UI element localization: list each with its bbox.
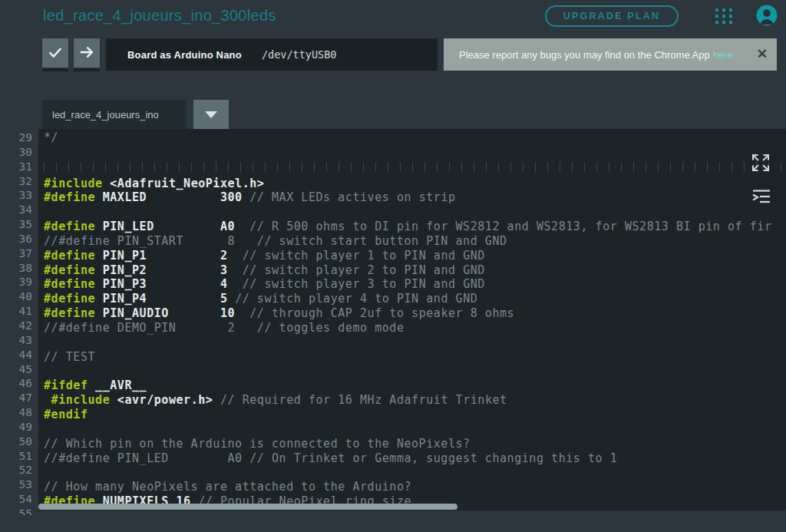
line-number: 39 <box>0 275 32 289</box>
line-number: 34 <box>0 203 32 217</box>
line-number: 43 <box>0 333 32 348</box>
notification-banner: Please report any bugs you may find on t… <box>444 38 777 71</box>
serial-port-label: /dev/ttyUSB0 <box>262 48 337 61</box>
apps-grid-icon[interactable] <box>714 6 734 26</box>
code-line[interactable]: //#define PIN_START 8 // switch start bu… <box>44 234 786 249</box>
code-line[interactable] <box>44 205 786 220</box>
code-line[interactable]: #define PIN_LED A0 // R 500 ohms to DI p… <box>44 220 786 234</box>
line-number: 47 <box>0 391 32 405</box>
code-line[interactable]: */ <box>44 131 786 145</box>
indent-guides <box>44 162 786 172</box>
line-number: 55 <box>0 507 32 515</box>
arrow-right-icon <box>78 44 95 63</box>
line-number: 49 <box>0 420 32 435</box>
code-line[interactable]: #define PIN_AUDIO 10 // through CAP 2uf … <box>44 306 786 321</box>
line-number: 51 <box>0 449 32 464</box>
upload-button[interactable] <box>74 38 100 68</box>
line-number: 54 <box>0 492 32 507</box>
tab-label: led_race_4_joueurs_ino <box>52 109 159 121</box>
arduino-create-app: led_race_4_joueurs_ino_300leds UPGRADE P… <box>0 0 786 532</box>
code-editor: 2930313233343536373839404142434445464748… <box>0 129 786 515</box>
notification-message: Please report any bugs you may find on t… <box>459 49 710 61</box>
code-line[interactable] <box>44 365 786 379</box>
board-selector[interactable]: Board as Arduino Nano /dev/ttyUSB0 <box>106 38 438 71</box>
code-line[interactable]: #define PIN_P4 5 // switch player 4 to P… <box>44 292 786 306</box>
code-line[interactable]: #endif <box>44 408 786 422</box>
code-line[interactable] <box>44 422 786 437</box>
console-icon <box>751 197 772 209</box>
line-number: 41 <box>0 304 32 319</box>
code-line[interactable] <box>44 335 786 350</box>
code-line[interactable] <box>44 465 786 480</box>
chevron-down-icon <box>205 111 217 118</box>
line-number: 35 <box>0 217 32 232</box>
app-header: led_race_4_joueurs_ino_300leds UPGRADE P… <box>0 0 786 34</box>
line-number: 53 <box>0 477 32 492</box>
code-line[interactable]: #define PIN_P1 2 // switch player 1 to P… <box>44 249 786 263</box>
line-number: 36 <box>0 232 32 246</box>
code-line[interactable]: // How many NeoPixels are attached to th… <box>44 480 786 494</box>
gutter: 2930313233343536373839404142434445464748… <box>0 131 32 515</box>
line-number: 38 <box>0 261 32 276</box>
line-number: 45 <box>0 362 32 377</box>
line-number: 42 <box>0 319 32 333</box>
line-number: 29 <box>0 131 32 145</box>
code-line[interactable]: #include <Adafruit_NeoPixel.h> <box>44 177 786 191</box>
sketch-title: led_race_4_joueurs_ino_300leds <box>43 7 276 25</box>
check-icon <box>47 44 64 63</box>
line-number: 50 <box>0 435 32 449</box>
line-number: 31 <box>0 160 32 174</box>
expand-icon <box>750 164 771 176</box>
tab-dropdown-button[interactable] <box>193 100 229 130</box>
code-line[interactable]: #define PIN_P3 4 // switch player 3 to P… <box>44 277 786 292</box>
code-line[interactable] <box>44 509 786 515</box>
notification-here-link[interactable]: here <box>713 49 733 61</box>
user-avatar-icon[interactable] <box>756 5 778 26</box>
horizontal-scrollbar[interactable] <box>38 504 457 510</box>
line-number: 52 <box>0 463 32 477</box>
code-lines: */#include <Adafruit_NeoPixel.h>#define … <box>44 131 786 515</box>
board-name-label: Board as Arduino Nano <box>127 49 242 61</box>
close-icon[interactable]: ✕ <box>757 46 768 63</box>
code-line[interactable] <box>44 162 786 177</box>
line-number: 40 <box>0 289 32 304</box>
verify-button-shadow <box>42 68 68 71</box>
code-line[interactable]: // Which pin on the Arduino is connected… <box>44 437 786 451</box>
code-line[interactable]: #define PIN_P2 3 // switch player 2 to P… <box>44 263 786 278</box>
code-line[interactable]: //#define PIN_LED A0 // On Trinket or Ge… <box>44 451 786 466</box>
tab-sketch-file[interactable]: led_race_4_joueurs_ino <box>42 100 187 129</box>
line-number: 30 <box>0 145 32 160</box>
code-line[interactable]: //#define DEMO_PIN 2 // toggles demo mod… <box>44 321 786 335</box>
upload-button-shadow <box>74 68 100 71</box>
code-line[interactable]: #ifdef __AVR__ <box>44 378 786 393</box>
line-number: 32 <box>0 174 32 189</box>
line-number: 48 <box>0 405 32 420</box>
fullscreen-button[interactable] <box>749 152 772 175</box>
code-line[interactable]: #define MAXLED 300 // MAX LEDs actives o… <box>44 190 786 205</box>
code-line[interactable]: #include <avr/power.h> // Required for 1… <box>44 393 786 408</box>
code-line[interactable] <box>44 145 786 160</box>
verify-button[interactable] <box>42 38 68 68</box>
line-number: 37 <box>0 246 32 261</box>
upgrade-plan-button[interactable]: UPGRADE PLAN <box>545 5 679 27</box>
code-line[interactable]: // TEST <box>44 350 786 365</box>
console-button[interactable] <box>750 188 773 208</box>
line-number: 46 <box>0 376 32 391</box>
line-number: 44 <box>0 348 32 362</box>
line-number: 33 <box>0 188 32 203</box>
